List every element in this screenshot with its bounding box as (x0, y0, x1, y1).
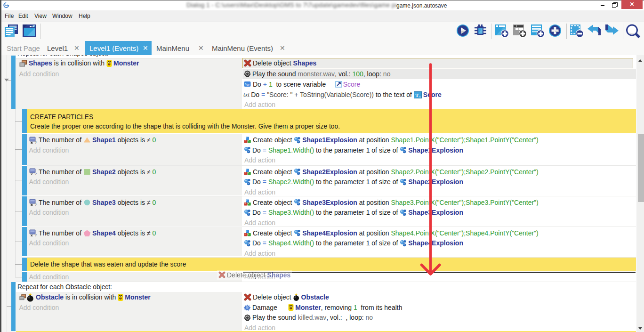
svg-text:x: x (419, 95, 420, 98)
svg-text:?: ? (35, 233, 37, 236)
svg-text:?: ? (35, 140, 37, 144)
svg-text:T: T (415, 92, 419, 97)
svg-text:?: ? (35, 202, 37, 206)
svg-text:?: ? (35, 172, 37, 175)
svg-text:Var: Var (245, 82, 250, 87)
